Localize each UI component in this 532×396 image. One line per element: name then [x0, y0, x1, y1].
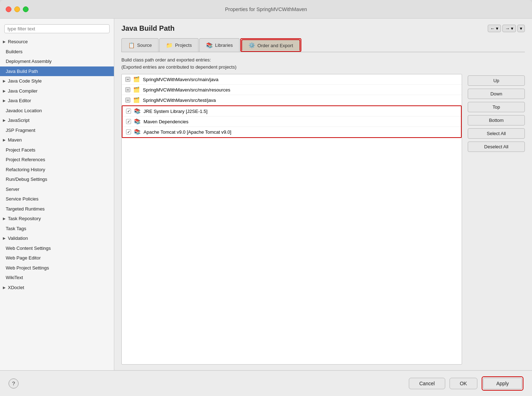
- sidebar-item-run/debug-settings[interactable]: Run/Debug Settings: [0, 174, 114, 184]
- sidebar-item-jsp-fragment[interactable]: JSP Fragment: [0, 125, 114, 135]
- expand-arrow-icon: ▶: [3, 39, 6, 44]
- list-item[interactable]: −🗂️SpringMVCWithMaven/src/test/java: [122, 95, 462, 105]
- sidebar-item-deployment-assembly[interactable]: Deployment Assembly: [0, 56, 114, 66]
- source-tab-icon: 📋: [128, 42, 135, 49]
- down-button[interactable]: Down: [468, 89, 525, 99]
- sidebar-item-label: Resource: [8, 38, 28, 45]
- libraries-tab-icon: 📚: [206, 42, 213, 49]
- list-item-icon: 📚: [134, 129, 141, 135]
- sidebar-item-label: Java Build Path: [6, 68, 38, 75]
- description: Build class path order and exported entr…: [121, 56, 525, 70]
- sidebar-item-label: Web Content Settings: [6, 245, 51, 252]
- list-item[interactable]: ✓📚JRE System Library [J2SE-1.5]: [122, 106, 461, 117]
- help-button[interactable]: ?: [9, 378, 19, 388]
- sidebar-item-label: JavaScript: [8, 117, 30, 124]
- order-export-tab-icon: ⚙️: [249, 42, 255, 49]
- projects-tab-icon: 📁: [166, 42, 173, 49]
- sidebar-item-builders[interactable]: Builders: [0, 47, 114, 57]
- sidebar-item-label: Java Code Style: [8, 78, 42, 85]
- tab-order-export[interactable]: ⚙️ Order and Export: [241, 39, 300, 51]
- tab-libraries[interactable]: 📚 Libraries: [199, 38, 240, 52]
- sidebar-item-project-facets[interactable]: Project Facets: [0, 145, 114, 155]
- close-button[interactable]: [6, 6, 11, 12]
- bottom-button[interactable]: Bottom: [468, 115, 525, 125]
- bottom-actions: Cancel OK Apply: [409, 376, 523, 391]
- list-item-label: Apache Tomcat v9.0 [Apache Tomcat v9.0]: [144, 129, 231, 135]
- sidebar-item-service-policies[interactable]: Service Policies: [0, 194, 114, 204]
- sidebar-items-list: ▶ResourceBuildersDeployment AssemblyJava…: [0, 37, 114, 292]
- list-item[interactable]: ✓📚Apache Tomcat v9.0 [Apache Tomcat v9.0…: [122, 127, 461, 137]
- page-title: Java Build Path: [121, 24, 175, 33]
- sidebar-item-label: Service Policies: [6, 195, 39, 203]
- sidebar-item-wikitext[interactable]: WikiText: [0, 273, 114, 283]
- traffic-lights: [6, 6, 29, 12]
- minus-box: −: [125, 77, 130, 82]
- sidebar-item-label: Targeted Runtimes: [6, 206, 45, 213]
- list-item-label: SpringMVCWithMaven/src/test/java: [143, 98, 216, 103]
- tab-projects[interactable]: 📁 Projects: [159, 38, 199, 52]
- sidebar-item-label: JSP Fragment: [6, 127, 35, 134]
- bottom-bar: ? Cancel OK Apply: [0, 370, 532, 396]
- sidebar-item-project-references[interactable]: Project References: [0, 155, 114, 165]
- desc-line1: Build class path order and exported entr…: [121, 57, 211, 63]
- panel-and-buttons: −🗂️SpringMVCWithMaven/src/main/java−🗂️Sp…: [121, 74, 525, 365]
- expand-arrow-icon: ▶: [3, 236, 6, 241]
- sidebar-item-label: Refactoring History: [6, 166, 45, 173]
- sidebar-item-maven[interactable]: ▶Maven: [0, 135, 114, 145]
- sidebar-item-label: Task Repository: [8, 215, 41, 222]
- maximize-button[interactable]: [23, 6, 29, 12]
- tab-projects-label: Projects: [175, 43, 192, 48]
- up-button[interactable]: Up: [468, 75, 525, 86]
- list-item-label: JRE System Library [J2SE-1.5]: [144, 109, 207, 114]
- sidebar-item-javascript[interactable]: ▶JavaScript: [0, 115, 114, 125]
- sidebar-item-javadoc-location[interactable]: Javadoc Location: [0, 106, 114, 116]
- minimize-button[interactable]: [14, 6, 20, 12]
- apply-button[interactable]: Apply: [483, 378, 522, 389]
- list-item-label: SpringMVCWithMaven/src/main/resources: [143, 87, 230, 93]
- sidebar-item-web-page-editor[interactable]: Web Page Editor: [0, 253, 114, 263]
- sidebar-item-server[interactable]: Server: [0, 184, 114, 194]
- sidebar-filter-container: [0, 21, 114, 37]
- tab-order-export-label: Order and Export: [257, 43, 293, 48]
- sidebar-item-refactoring-history[interactable]: Refactoring History: [0, 165, 114, 175]
- list-item[interactable]: −🗂️SpringMVCWithMaven/src/main/java: [122, 74, 462, 85]
- nav-menu-button[interactable]: ▾: [517, 25, 525, 32]
- list-item[interactable]: ✓📚Maven Dependencies: [122, 117, 461, 127]
- nav-back-button[interactable]: ← ▾: [488, 25, 501, 32]
- sidebar-item-label: Builders: [6, 48, 22, 55]
- sidebar-item-label: Task Tags: [6, 225, 26, 232]
- side-buttons: Up Down Top Bottom Select All Deselect A…: [468, 74, 525, 365]
- sidebar-item-task-repository[interactable]: ▶Task Repository: [0, 214, 114, 224]
- tab-source[interactable]: 📋 Source: [121, 38, 159, 52]
- list-item-icon: 🗂️: [133, 86, 140, 93]
- top-button[interactable]: Top: [468, 102, 525, 112]
- sidebar-item-task-tags[interactable]: Task Tags: [0, 224, 114, 234]
- expand-arrow-icon: ▶: [3, 98, 6, 103]
- sidebar-item-web-content-settings[interactable]: Web Content Settings: [0, 243, 114, 253]
- sidebar-item-resource[interactable]: ▶Resource: [0, 37, 114, 47]
- sidebar-item-label: Validation: [8, 235, 28, 242]
- sidebar-item-label: XDoclet: [8, 284, 24, 291]
- sidebar-item-validation[interactable]: ▶Validation: [0, 233, 114, 243]
- main-window: Properties for SpringMVCWithMaven ▶Resou…: [0, 0, 532, 396]
- sidebar-item-web-project-settings[interactable]: Web Project Settings: [0, 263, 114, 273]
- sidebar-item-label: Maven: [8, 137, 22, 144]
- sidebar-item-java-build-path[interactable]: Java Build Path: [0, 66, 114, 76]
- select-all-button[interactable]: Select All: [468, 128, 525, 139]
- content-area: Java Build Path ← ▾ → ▾ ▾ 📋 Source 📁 Pro…: [114, 19, 532, 370]
- sidebar-item-xdoclet[interactable]: ▶XDoclet: [0, 283, 114, 293]
- filter-input[interactable]: [4, 24, 110, 33]
- ok-button[interactable]: OK: [450, 378, 477, 389]
- sidebar-item-java-code-style[interactable]: ▶Java Code Style: [0, 76, 114, 86]
- sidebar-item-java-compiler[interactable]: ▶Java Compiler: [0, 86, 114, 96]
- list-item-icon: 🗂️: [133, 76, 140, 83]
- list-item-icon: 🗂️: [133, 97, 140, 103]
- checked-items-group: ✓📚JRE System Library [J2SE-1.5]✓📚Maven D…: [122, 105, 462, 138]
- sidebar-item-label: Web Project Settings: [6, 264, 49, 272]
- sidebar-item-targeted-runtimes[interactable]: Targeted Runtimes: [0, 204, 114, 214]
- cancel-button[interactable]: Cancel: [409, 378, 445, 389]
- list-item[interactable]: −🗂️SpringMVCWithMaven/src/main/resources: [122, 85, 462, 95]
- nav-forward-button[interactable]: → ▾: [502, 25, 516, 32]
- deselect-all-button[interactable]: Deselect All: [468, 142, 525, 152]
- sidebar-item-java-editor[interactable]: ▶Java Editor: [0, 96, 114, 106]
